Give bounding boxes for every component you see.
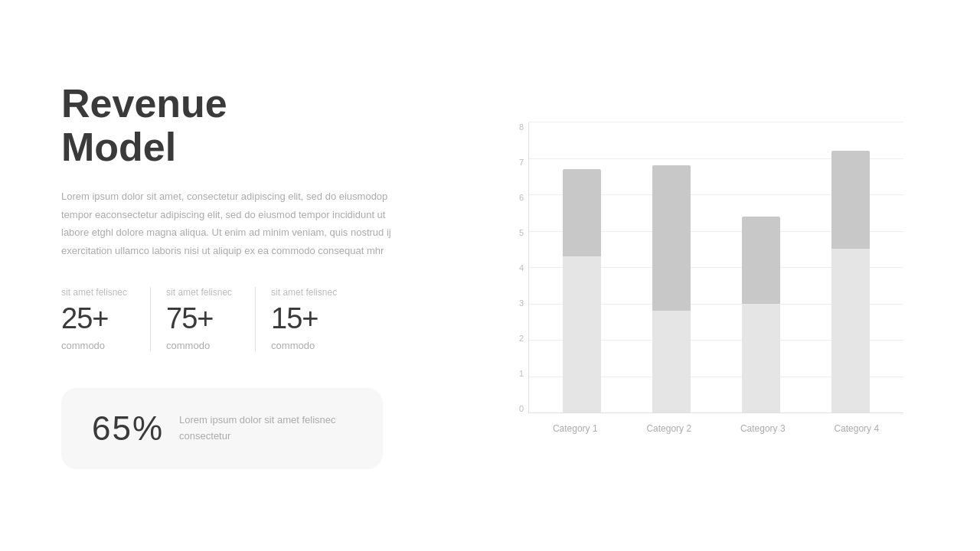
y-label-0: 0 xyxy=(505,404,528,413)
stat-label-3: sit amet felisnec xyxy=(271,287,337,298)
stat-value-1: 25+ xyxy=(61,302,127,335)
bar-bottom-4 xyxy=(831,249,870,412)
bar-group-4 xyxy=(828,151,874,412)
right-panel: 0 1 2 3 4 5 6 7 8 Category 1 Category 2 … xyxy=(490,107,919,444)
y-label-1: 1 xyxy=(505,369,528,378)
y-label-4: 4 xyxy=(505,263,528,272)
bar-bottom-3 xyxy=(742,304,780,413)
y-label-3: 3 xyxy=(505,298,528,308)
chart-container: 0 1 2 3 4 5 6 7 8 Category 1 Category 2 … xyxy=(505,122,903,444)
bar-stack-1 xyxy=(563,169,601,412)
bar-top-3 xyxy=(742,217,780,304)
stat-value-2: 75+ xyxy=(166,302,232,335)
stat-item-1: sit amet felisnec 25+ commodo xyxy=(61,287,151,351)
bar-group-2 xyxy=(648,165,694,412)
bar-stack-2 xyxy=(652,165,691,412)
bar-top-2 xyxy=(652,165,691,311)
stats-row: sit amet felisnec 25+ commodo sit amet f… xyxy=(61,287,459,351)
stat-label-2: sit amet felisnec xyxy=(166,287,232,298)
x-label-1: Category 1 xyxy=(528,423,622,434)
bottom-card: 65% Lorem ipsum dolor sit amet felisnec … xyxy=(61,388,383,469)
title-line1: Revenue xyxy=(61,81,227,126)
bars-area xyxy=(528,122,903,413)
bar-stack-4 xyxy=(831,151,870,412)
x-label-2: Category 2 xyxy=(622,423,717,434)
percent-value: 65% xyxy=(92,409,164,448)
y-label-5: 5 xyxy=(505,228,528,237)
y-label-8: 8 xyxy=(505,122,528,132)
bar-stack-3 xyxy=(742,217,780,413)
page-title: Revenue Model xyxy=(61,82,459,169)
y-axis: 0 1 2 3 4 5 6 7 8 xyxy=(505,122,528,413)
description-text: Lorem ipsum dolor sit amet, consectetur … xyxy=(61,187,398,259)
stat-sub-2: commodo xyxy=(166,340,232,351)
bar-group-1 xyxy=(559,169,605,412)
x-label-4: Category 4 xyxy=(810,423,904,434)
bar-group-3 xyxy=(738,217,784,413)
stat-sub-1: commodo xyxy=(61,340,127,351)
stat-item-3: sit amet felisnec 15+ commodo xyxy=(271,287,360,351)
y-label-7: 7 xyxy=(505,158,528,167)
x-label-3: Category 3 xyxy=(716,423,810,434)
y-label-6: 6 xyxy=(505,193,528,202)
stat-value-3: 15+ xyxy=(271,302,337,335)
card-description: Lorem ipsum dolor sit amet felisnec cons… xyxy=(179,412,335,445)
bar-top-4 xyxy=(831,151,870,249)
y-label-2: 2 xyxy=(505,334,528,343)
bar-top-1 xyxy=(563,169,601,256)
card-text-line1: Lorem ipsum dolor sit amet felisnec xyxy=(179,414,335,425)
stat-label-1: sit amet felisnec xyxy=(61,287,127,298)
left-panel: Revenue Model Lorem ipsum dolor sit amet… xyxy=(61,82,490,469)
bar-bottom-1 xyxy=(563,256,601,412)
card-text-line2: consectetur xyxy=(179,430,230,442)
stat-item-2: sit amet felisnec 75+ commodo xyxy=(166,287,256,351)
stat-sub-3: commodo xyxy=(271,340,337,351)
bar-bottom-2 xyxy=(652,311,691,412)
page: Revenue Model Lorem ipsum dolor sit amet… xyxy=(0,0,980,551)
title-line2: Model xyxy=(61,125,176,169)
x-axis: Category 1 Category 2 Category 3 Categor… xyxy=(528,413,903,444)
